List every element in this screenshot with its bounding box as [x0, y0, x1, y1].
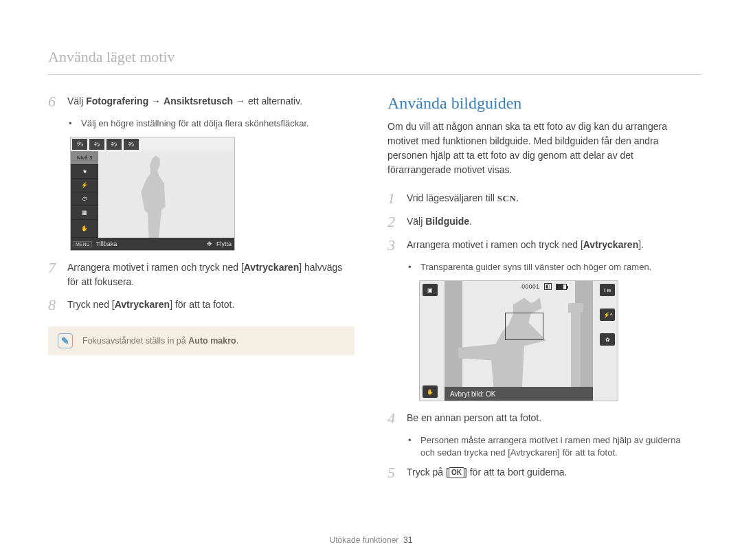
t-bold: Fotografering [86, 96, 148, 107]
retouch-level-chip: ⁰⁄₃ [72, 139, 87, 150]
bullet-dot: • [408, 261, 415, 273]
star-icon: ★ [71, 165, 98, 179]
flash-auto-icon: ⚡ᴬ [600, 309, 615, 321]
step-6-text: Välj Fotografering → Ansiktsretusch → et… [67, 94, 355, 109]
t: → [233, 96, 248, 107]
shutter-label: Avtryckaren [583, 239, 638, 250]
frameguide-icon: ▣ [423, 284, 438, 296]
bullet-dot: • [408, 434, 415, 459]
footer-section: Utökade funktioner [330, 535, 399, 545]
left-column: 6 Välj Fotografering → Ansiktsretusch → … [48, 94, 355, 489]
lcd2-top-status: 00001 ◧ [521, 283, 567, 290]
note-box: ✎ Fokusavståndet ställs in på Auto makro… [48, 326, 355, 355]
cancel-label: Avbryt bild: OK [450, 390, 496, 398]
step-8: 8 Tryck ned [Avtryckaren] för att ta fot… [48, 298, 355, 313]
step-number: 6 [48, 94, 60, 109]
t: Välj [67, 96, 86, 107]
photographer-silhouette [458, 298, 568, 387]
focus-box [505, 313, 543, 340]
step-number: 5 [387, 465, 400, 480]
t: Vrid lägesväljaren till [407, 192, 497, 203]
t: Välj [407, 216, 425, 227]
t: Arrangera motivet i ramen och tryck ned … [67, 262, 244, 273]
lcd-bottom-bar: MENU Tillbaka ✥ Flytta [71, 238, 234, 250]
person-silhouette [126, 155, 181, 238]
shutter-label: Avtryckaren [244, 262, 299, 273]
t: ] för att ta bort guiderna. [464, 467, 567, 478]
camera-lcd-face-retouch: ⁰⁄₃ ¹⁄₃ ²⁄₃ ³⁄₃ Nivå 3 ★ ⚡ ⏱ ▦ ✋ [70, 137, 235, 251]
back-label: Tillbaka [96, 240, 117, 247]
lcd2-left-icons: ▣ [420, 281, 445, 401]
step-number: 3 [387, 238, 400, 253]
scn-mode-label: SCN [497, 192, 517, 205]
move-icon: ✥ [207, 240, 212, 247]
step-2: 2 Välj Bildguide. [387, 214, 694, 229]
header-rule [48, 74, 701, 75]
step-number: 1 [387, 191, 400, 206]
move-label: Flytta [216, 240, 232, 247]
dis-icon: ✋ [423, 385, 438, 398]
macro-icon: ✿ [600, 333, 615, 346]
step-8-text: Tryck ned [Avtryckaren] för att ta fotot… [67, 298, 355, 312]
step-5-text: Tryck på [OK] för att ta bort guiderna. [407, 465, 694, 480]
menu-icon: MENU [74, 241, 92, 247]
lcd-preview [98, 151, 234, 238]
t-bold: Ansiktsretusch [164, 96, 233, 107]
step-4-text: Be en annan person att ta fotot. [407, 411, 694, 425]
step-number: 7 [48, 260, 60, 276]
lcd-top-icons: ⁰⁄₃ ¹⁄₃ ²⁄₃ ³⁄₃ [71, 137, 234, 151]
transparent-guide-left [445, 281, 462, 387]
retouch-level-chip: ¹⁄₃ [89, 139, 104, 150]
note-text: Fokusavståndet ställs in på Auto makro. [82, 336, 238, 346]
streetlamp-silhouette [571, 311, 581, 387]
t: . [469, 216, 472, 227]
page-footer: Utökade funktioner 31 [0, 535, 742, 545]
timer-icon: ⏱ [71, 192, 98, 206]
battery-icon [556, 284, 567, 290]
t: Fokusavståndet ställs in på [82, 336, 188, 346]
t: Arrangera motivet i ramen och tryck ned … [407, 239, 583, 250]
step-number: 2 [387, 214, 400, 229]
shutter-label: Avtryckaren [115, 299, 170, 310]
lcd-level-label: Nivå 3 [71, 151, 98, 165]
t: ] för att ta fotot. [557, 447, 617, 458]
bullet-text: Transparenta guider syns till vänster oc… [420, 261, 651, 273]
size-icon: I м [600, 284, 615, 296]
step-7-text: Arrangera motivet i ramen och tryck ned … [67, 260, 355, 289]
step-number: 8 [48, 298, 60, 313]
sd-icon: ◧ [544, 283, 552, 290]
lcd2-preview: 00001 ◧ Avbryt bild: OK [445, 281, 593, 401]
bildguide-label: Bildguide [425, 216, 469, 227]
auto-macro-label: Auto makro [188, 336, 236, 346]
step-4-bullet: • Personen måste arrangera motivet i ram… [408, 434, 694, 459]
retouch-level-chip: ²⁄₃ [106, 139, 122, 150]
step-5: 5 Tryck på [OK] för att ta bort guiderna… [387, 465, 694, 480]
lcd2-bottom-bar: Avbryt bild: OK [445, 387, 593, 401]
lcd2-right-icons: I м ⚡ᴬ ✿ [593, 281, 618, 401]
t: ] för att ta fotot. [170, 299, 234, 310]
step-6-bullet: • Välj en högre inställning för att dölj… [69, 117, 355, 130]
section-title: Använda bildguiden [387, 94, 694, 113]
page-number: 31 [403, 535, 412, 545]
step-3-text: Arrangera motivet i ramen och tryck ned … [407, 238, 694, 252]
flash-icon: ⚡ [71, 179, 98, 192]
t: → [148, 96, 164, 107]
step-2-text: Välj Bildguide. [407, 214, 694, 229]
step-7: 7 Arrangera motivet i ramen och tryck ne… [48, 260, 355, 289]
t: . [516, 192, 519, 203]
t: ]. [638, 239, 644, 250]
t: Tryck ned [ [67, 299, 115, 310]
intro-text: Om du vill att någon annan ska ta ett fo… [387, 120, 694, 177]
shutter-label: Avtryckaren [510, 447, 557, 458]
grid-icon: ▦ [71, 206, 98, 220]
step-number: 4 [387, 411, 400, 426]
step-4: 4 Be en annan person att ta fotot. [387, 411, 694, 426]
bullet-dot: • [69, 117, 76, 130]
page-header: Använda läget motiv [48, 48, 694, 66]
lcd-side-icons: Nivå 3 ★ ⚡ ⏱ ▦ ✋ [71, 151, 98, 238]
hand-icon: ✋ [71, 220, 98, 238]
camera-lcd-frameguide: ▣ 00001 ◧ Avbryt bild: OK I м ⚡ᴬ [419, 280, 618, 401]
columns: 6 Välj Fotografering → Ansiktsretusch → … [48, 94, 694, 489]
step-1: 1 Vrid lägesväljaren till SCN. [387, 191, 694, 206]
bullet-text: Välj en högre inställning för att dölja … [81, 117, 309, 130]
